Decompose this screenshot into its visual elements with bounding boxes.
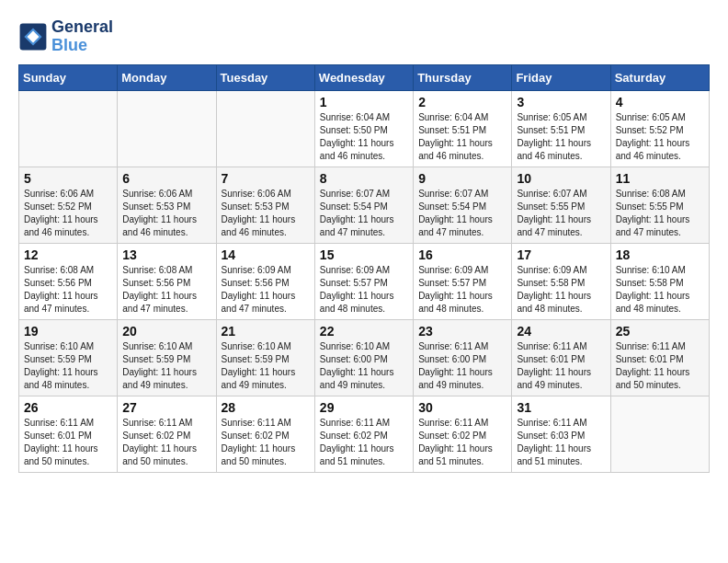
logo-icon — [18, 22, 48, 52]
calendar-cell: 2Sunrise: 6:04 AM Sunset: 5:51 PM Daylig… — [414, 90, 512, 167]
day-info: Sunrise: 6:05 AM Sunset: 5:51 PM Dayligh… — [517, 111, 605, 163]
calendar-cell: 5Sunrise: 6:06 AM Sunset: 5:52 PM Daylig… — [19, 167, 118, 243]
day-number: 27 — [122, 400, 210, 415]
calendar-cell: 19Sunrise: 6:10 AM Sunset: 5:59 PM Dayli… — [19, 319, 118, 396]
calendar-cell: 20Sunrise: 6:10 AM Sunset: 5:59 PM Dayli… — [118, 319, 216, 396]
calendar-cell: 23Sunrise: 6:11 AM Sunset: 6:00 PM Dayli… — [414, 319, 512, 396]
day-number: 13 — [122, 247, 210, 262]
logo-text: General Blue — [51, 18, 113, 55]
calendar-cell: 16Sunrise: 6:09 AM Sunset: 5:57 PM Dayli… — [414, 243, 512, 319]
calendar-cell: 26Sunrise: 6:11 AM Sunset: 6:01 PM Dayli… — [19, 396, 118, 472]
day-info: Sunrise: 6:11 AM Sunset: 6:02 PM Dayligh… — [222, 417, 310, 468]
day-number: 10 — [517, 171, 605, 186]
calendar-table: SundayMondayTuesdayWednesdayThursdayFrid… — [18, 64, 710, 473]
calendar-cell: 30Sunrise: 6:11 AM Sunset: 6:02 PM Dayli… — [414, 396, 512, 472]
day-number: 19 — [24, 324, 112, 339]
weekday-thursday: Thursday — [414, 64, 512, 90]
day-info: Sunrise: 6:11 AM Sunset: 6:01 PM Dayligh… — [616, 340, 704, 392]
day-number: 16 — [418, 247, 506, 262]
day-info: Sunrise: 6:04 AM Sunset: 5:51 PM Dayligh… — [418, 111, 506, 163]
day-number: 14 — [222, 247, 310, 262]
calendar-cell — [118, 90, 216, 167]
calendar-cell — [19, 90, 118, 167]
day-info: Sunrise: 6:10 AM Sunset: 5:59 PM Dayligh… — [222, 340, 310, 392]
calendar-cell: 29Sunrise: 6:11 AM Sunset: 6:02 PM Dayli… — [314, 396, 413, 472]
calendar-cell: 21Sunrise: 6:10 AM Sunset: 5:59 PM Dayli… — [216, 319, 314, 396]
day-info: Sunrise: 6:04 AM Sunset: 5:50 PM Dayligh… — [320, 111, 408, 163]
calendar-cell: 14Sunrise: 6:09 AM Sunset: 5:56 PM Dayli… — [216, 243, 314, 319]
calendar-cell: 24Sunrise: 6:11 AM Sunset: 6:01 PM Dayli… — [512, 319, 610, 396]
calendar-cell: 22Sunrise: 6:10 AM Sunset: 6:00 PM Dayli… — [314, 319, 413, 396]
calendar-cell: 18Sunrise: 6:10 AM Sunset: 5:58 PM Dayli… — [610, 243, 709, 319]
day-info: Sunrise: 6:11 AM Sunset: 6:01 PM Dayligh… — [517, 340, 605, 392]
week-row-1: 1Sunrise: 6:04 AM Sunset: 5:50 PM Daylig… — [19, 90, 710, 167]
day-number: 9 — [418, 171, 506, 186]
day-number: 18 — [616, 247, 704, 262]
day-number: 1 — [320, 95, 408, 109]
day-number: 21 — [222, 324, 310, 339]
day-info: Sunrise: 6:10 AM Sunset: 6:00 PM Dayligh… — [320, 340, 408, 392]
day-info: Sunrise: 6:11 AM Sunset: 6:00 PM Dayligh… — [418, 340, 506, 392]
week-row-3: 12Sunrise: 6:08 AM Sunset: 5:56 PM Dayli… — [19, 243, 710, 319]
day-number: 4 — [616, 95, 704, 109]
day-number: 29 — [320, 400, 408, 415]
week-row-2: 5Sunrise: 6:06 AM Sunset: 5:52 PM Daylig… — [19, 167, 710, 243]
weekday-saturday: Saturday — [610, 64, 709, 90]
day-info: Sunrise: 6:06 AM Sunset: 5:53 PM Dayligh… — [122, 188, 210, 239]
day-info: Sunrise: 6:06 AM Sunset: 5:53 PM Dayligh… — [222, 188, 310, 239]
day-info: Sunrise: 6:10 AM Sunset: 5:59 PM Dayligh… — [122, 340, 210, 392]
weekday-header-row: SundayMondayTuesdayWednesdayThursdayFrid… — [19, 64, 710, 90]
calendar-cell: 27Sunrise: 6:11 AM Sunset: 6:02 PM Dayli… — [118, 396, 216, 472]
day-number: 26 — [24, 400, 112, 415]
day-number: 5 — [24, 171, 112, 186]
day-number: 23 — [418, 324, 506, 339]
calendar-cell: 12Sunrise: 6:08 AM Sunset: 5:56 PM Dayli… — [19, 243, 118, 319]
day-number: 22 — [320, 324, 408, 339]
day-number: 17 — [517, 247, 605, 262]
calendar-cell: 31Sunrise: 6:11 AM Sunset: 6:03 PM Dayli… — [512, 396, 610, 472]
day-info: Sunrise: 6:11 AM Sunset: 6:02 PM Dayligh… — [418, 417, 506, 468]
day-number: 28 — [222, 400, 310, 415]
day-number: 12 — [24, 247, 112, 262]
day-info: Sunrise: 6:08 AM Sunset: 5:55 PM Dayligh… — [616, 188, 704, 239]
day-info: Sunrise: 6:09 AM Sunset: 5:57 PM Dayligh… — [418, 264, 506, 316]
calendar-cell: 4Sunrise: 6:05 AM Sunset: 5:52 PM Daylig… — [610, 90, 709, 167]
day-info: Sunrise: 6:09 AM Sunset: 5:57 PM Dayligh… — [320, 264, 408, 316]
day-info: Sunrise: 6:10 AM Sunset: 5:58 PM Dayligh… — [616, 264, 704, 316]
day-number: 8 — [320, 171, 408, 186]
logo: General Blue — [18, 18, 113, 55]
day-info: Sunrise: 6:07 AM Sunset: 5:54 PM Dayligh… — [320, 188, 408, 239]
day-number: 7 — [222, 171, 310, 186]
calendar-cell — [216, 90, 314, 167]
day-info: Sunrise: 6:11 AM Sunset: 6:01 PM Dayligh… — [24, 417, 112, 468]
day-info: Sunrise: 6:10 AM Sunset: 5:59 PM Dayligh… — [24, 340, 112, 392]
day-number: 24 — [517, 324, 605, 339]
day-number: 31 — [517, 400, 605, 415]
calendar-cell: 13Sunrise: 6:08 AM Sunset: 5:56 PM Dayli… — [118, 243, 216, 319]
calendar-cell: 11Sunrise: 6:08 AM Sunset: 5:55 PM Dayli… — [610, 167, 709, 243]
day-number: 25 — [616, 324, 704, 339]
day-number: 15 — [320, 247, 408, 262]
day-info: Sunrise: 6:11 AM Sunset: 6:02 PM Dayligh… — [320, 417, 408, 468]
day-number: 6 — [122, 171, 210, 186]
calendar-cell: 28Sunrise: 6:11 AM Sunset: 6:02 PM Dayli… — [216, 396, 314, 472]
calendar-cell: 10Sunrise: 6:07 AM Sunset: 5:55 PM Dayli… — [512, 167, 610, 243]
day-number: 20 — [122, 324, 210, 339]
day-info: Sunrise: 6:07 AM Sunset: 5:55 PM Dayligh… — [517, 188, 605, 239]
day-info: Sunrise: 6:11 AM Sunset: 6:03 PM Dayligh… — [517, 417, 605, 468]
day-number: 3 — [517, 95, 605, 109]
calendar-cell: 1Sunrise: 6:04 AM Sunset: 5:50 PM Daylig… — [314, 90, 413, 167]
day-info: Sunrise: 6:08 AM Sunset: 5:56 PM Dayligh… — [24, 264, 112, 316]
weekday-friday: Friday — [512, 64, 610, 90]
day-info: Sunrise: 6:09 AM Sunset: 5:58 PM Dayligh… — [517, 264, 605, 316]
calendar-cell: 15Sunrise: 6:09 AM Sunset: 5:57 PM Dayli… — [314, 243, 413, 319]
calendar-cell: 8Sunrise: 6:07 AM Sunset: 5:54 PM Daylig… — [314, 167, 413, 243]
page-header: General Blue — [18, 18, 710, 55]
week-row-5: 26Sunrise: 6:11 AM Sunset: 6:01 PM Dayli… — [19, 396, 710, 472]
calendar-cell: 25Sunrise: 6:11 AM Sunset: 6:01 PM Dayli… — [610, 319, 709, 396]
calendar-cell: 17Sunrise: 6:09 AM Sunset: 5:58 PM Dayli… — [512, 243, 610, 319]
weekday-sunday: Sunday — [19, 64, 118, 90]
day-info: Sunrise: 6:08 AM Sunset: 5:56 PM Dayligh… — [122, 264, 210, 316]
weekday-wednesday: Wednesday — [314, 64, 413, 90]
weekday-monday: Monday — [118, 64, 216, 90]
